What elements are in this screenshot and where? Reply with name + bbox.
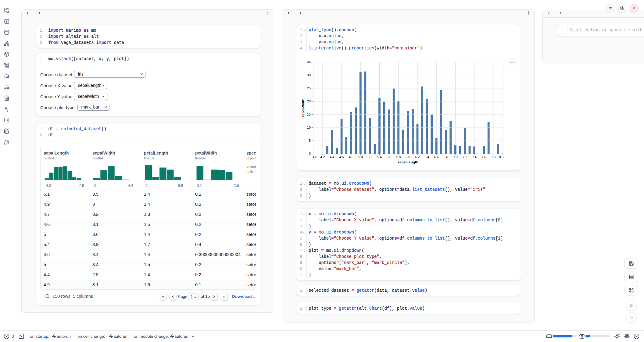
svg-text:6.0: 6.0 [406,155,410,159]
svg-text:7.8: 7.8 [491,155,496,159]
svg-text:4.0: 4.0 [313,155,317,159]
svg-text:6.6: 6.6 [434,155,439,159]
svg-text:20: 20 [307,99,311,103]
svg-text:7.4: 7.4 [472,155,477,159]
svg-text:4.2: 4.2 [320,155,325,159]
svg-text:5.8: 5.8 [396,155,401,159]
svg-text:35: 35 [307,60,311,64]
svg-text:6.2: 6.2 [415,155,420,159]
svg-text:0: 0 [309,152,311,155]
svg-text:5.6: 5.6 [387,155,391,159]
svg-text:4.6: 4.6 [339,155,344,159]
svg-text:4.8: 4.8 [349,155,353,159]
svg-text:6.8: 6.8 [444,155,448,159]
svg-text:10: 10 [307,126,311,129]
svg-text:7.6: 7.6 [481,155,486,159]
svg-text:4.4: 4.4 [330,155,335,159]
svg-text:5.0: 5.0 [358,155,363,159]
svg-text:6.4: 6.4 [425,155,429,159]
svg-text:8.0: 8.0 [499,155,504,159]
svg-text:30: 30 [307,73,311,77]
svg-text:7.0: 7.0 [453,155,458,159]
svg-text:5.2: 5.2 [368,155,372,159]
svg-text:5: 5 [309,139,311,142]
svg-text:15: 15 [307,112,311,116]
svg-text:sepalLength: sepalLength [398,160,418,164]
svg-text:7.2: 7.2 [463,155,467,159]
svg-text:5.4: 5.4 [377,155,382,159]
svg-text:sepalWidth: sepalWidth [301,99,305,117]
svg-text:25: 25 [307,86,311,90]
